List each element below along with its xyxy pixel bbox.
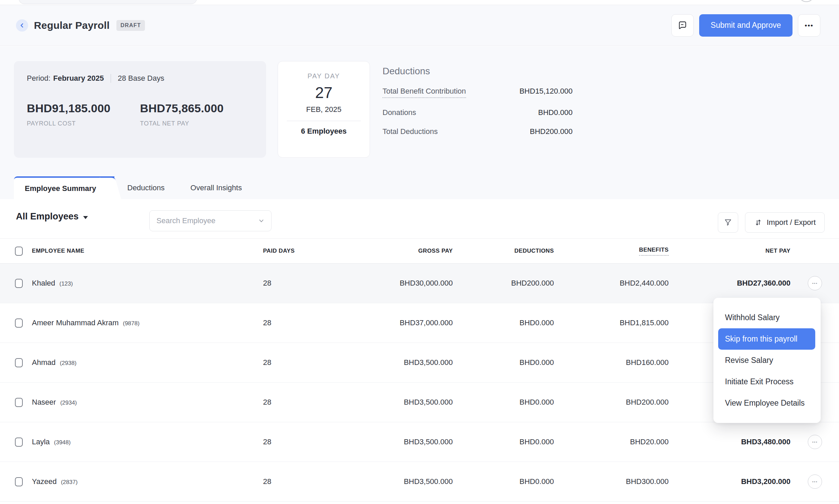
tab-overall-insights[interactable]: Overall Insights xyxy=(177,176,255,199)
paid-days-cell: 28 xyxy=(263,398,305,407)
row-actions-button[interactable]: ••• xyxy=(808,276,822,290)
import-export-button[interactable]: Import / Export xyxy=(745,212,825,233)
row-checkbox[interactable] xyxy=(15,398,23,407)
paid-days-cell: 28 xyxy=(263,477,305,486)
context-menu-item[interactable]: Withhold Salary xyxy=(713,307,821,328)
row-context-menu: Withhold SalarySkip from this payrollRev… xyxy=(713,298,821,423)
import-export-arrows-icon xyxy=(754,218,762,227)
tab-deductions[interactable]: Deductions xyxy=(115,176,177,199)
chevron-left-icon xyxy=(19,23,25,28)
deductions-cell: BHD0.000 xyxy=(453,319,554,327)
total-benefit-contribution-label[interactable]: Total Benefit Contribution xyxy=(383,87,466,98)
deductions-cell: BHD0.000 xyxy=(453,398,554,407)
gross-pay-cell: BHD30,000.000 xyxy=(305,279,453,288)
employee-name: Khaled xyxy=(32,279,55,287)
top-strip xyxy=(0,0,839,5)
gross-pay-cell: BHD3,500.000 xyxy=(305,358,453,367)
employee-count: 6 Employees xyxy=(278,127,370,136)
payroll-cost-label: PAYROLL COST xyxy=(27,120,140,127)
row-checkbox[interactable] xyxy=(15,477,23,486)
payroll-summary-card: Period: February 2025 28 Base Days BHD91… xyxy=(14,61,266,158)
benefits-cell: BHD2,440.000 xyxy=(554,279,669,288)
chevron-down-icon xyxy=(258,217,265,224)
table-header: EMPLOYEE NAME PAID DAYS GROSS PAY DEDUCT… xyxy=(0,238,839,264)
status-badge: DRAFT xyxy=(117,20,145,31)
table-row[interactable]: Layla (3948) 28 BHD3,500.000 BHD0.000 BH… xyxy=(0,422,839,462)
back-button[interactable] xyxy=(16,19,28,32)
more-actions-button[interactable]: ••• xyxy=(798,14,820,37)
total-deductions-label: Total Deductions xyxy=(383,127,438,136)
net-pay-cell: BHD27,360.000 xyxy=(669,279,790,288)
employee-name: Naseer xyxy=(32,398,56,406)
employee-name: Layla xyxy=(32,437,50,446)
column-benefits[interactable]: BENEFITS xyxy=(639,247,669,256)
ellipsis-icon: ••• xyxy=(812,281,818,285)
submit-and-approve-button[interactable]: Submit and Approve xyxy=(699,14,792,37)
donations-label: Donations xyxy=(383,108,416,117)
employee-id: (123) xyxy=(59,281,73,287)
total-net-pay-label: TOTAL NET PAY xyxy=(140,120,254,127)
deductions-cell: BHD200.000 xyxy=(453,279,554,288)
employee-name: Ameer Muhammad Akram xyxy=(32,319,119,327)
paid-days-cell: 28 xyxy=(263,358,305,367)
paid-days-cell: 28 xyxy=(263,319,305,327)
deductions-cell: BHD0.000 xyxy=(453,358,554,367)
column-employee-name: EMPLOYEE NAME xyxy=(32,248,263,254)
row-actions-button[interactable]: ••• xyxy=(808,474,822,489)
global-search-bar-partial[interactable] xyxy=(19,0,197,4)
search-employee-input[interactable]: Search Employee xyxy=(149,210,272,231)
tabs-bar: Employee Summary Deductions Overall Insi… xyxy=(0,176,839,199)
gross-pay-cell: BHD3,500.000 xyxy=(305,437,453,446)
benefits-cell: BHD200.000 xyxy=(554,398,669,407)
filter-funnel-icon xyxy=(723,218,732,227)
ellipsis-icon: ••• xyxy=(812,440,818,444)
row-checkbox[interactable] xyxy=(15,279,23,288)
speech-bubble-icon xyxy=(678,20,688,31)
row-actions-button[interactable]: ••• xyxy=(808,435,822,449)
column-gross-pay: GROSS PAY xyxy=(305,248,453,254)
total-deductions-value: BHD200.000 xyxy=(530,127,573,136)
table-row[interactable]: Yazeed (2837) 28 BHD3,500.000 BHD0.000 B… xyxy=(0,462,839,502)
total-benefit-contribution-value: BHD15,120.000 xyxy=(519,87,573,96)
column-net-pay: NET PAY xyxy=(669,248,790,254)
employee-id: (2938) xyxy=(60,360,76,366)
page-title: Regular Payroll xyxy=(34,20,110,31)
employee-id: (2837) xyxy=(61,479,77,485)
pay-day-label: PAY DAY xyxy=(278,72,370,80)
ellipsis-icon: ••• xyxy=(805,22,814,29)
context-menu-item[interactable]: Initiate Exit Process xyxy=(713,371,821,392)
comments-button[interactable] xyxy=(671,14,694,37)
user-avatar-partial[interactable] xyxy=(798,0,815,2)
context-menu-item[interactable]: Skip from this payroll xyxy=(718,328,815,350)
benefits-cell: BHD1,815.000 xyxy=(554,319,669,327)
page-header: Regular Payroll DRAFT Submit and Approve… xyxy=(0,5,839,46)
row-checkbox[interactable] xyxy=(15,358,23,367)
divider xyxy=(287,121,361,121)
net-pay-cell: BHD3,480.000 xyxy=(669,437,790,446)
employee-name: Yazeed xyxy=(32,477,57,486)
deductions-title: Deductions xyxy=(383,66,573,77)
column-deductions: DEDUCTIONS xyxy=(453,248,554,254)
employee-filter-dropdown[interactable]: All Employees xyxy=(16,211,88,222)
row-checkbox[interactable] xyxy=(15,319,23,328)
context-menu-item[interactable]: Revise Salary xyxy=(713,350,821,371)
employee-id: (2934) xyxy=(60,399,77,406)
donations-value: BHD0.000 xyxy=(538,108,573,117)
pay-day-number: 27 xyxy=(278,84,370,102)
deductions-cell: BHD0.000 xyxy=(453,437,554,446)
employee-name: Ahmad xyxy=(32,358,56,367)
table-row[interactable]: Khaled (123) 28 BHD30,000.000 BHD200.000… xyxy=(0,264,839,303)
gross-pay-cell: BHD37,000.000 xyxy=(305,319,453,327)
context-menu-item[interactable]: View Employee Details xyxy=(713,392,821,414)
tab-employee-summary[interactable]: Employee Summary xyxy=(14,176,115,199)
employee-id: (3948) xyxy=(54,439,71,446)
payroll-cost-value: BHD91,185.000 xyxy=(27,102,140,115)
select-all-checkbox[interactable] xyxy=(15,247,23,256)
benefits-cell: BHD300.000 xyxy=(554,477,669,486)
filter-button[interactable] xyxy=(718,212,738,233)
column-paid-days: PAID DAYS xyxy=(263,248,305,254)
row-checkbox[interactable] xyxy=(15,437,23,447)
net-pay-cell: BHD3,200.000 xyxy=(669,477,790,486)
paid-days-cell: 28 xyxy=(263,437,305,446)
gross-pay-cell: BHD3,500.000 xyxy=(305,477,453,486)
